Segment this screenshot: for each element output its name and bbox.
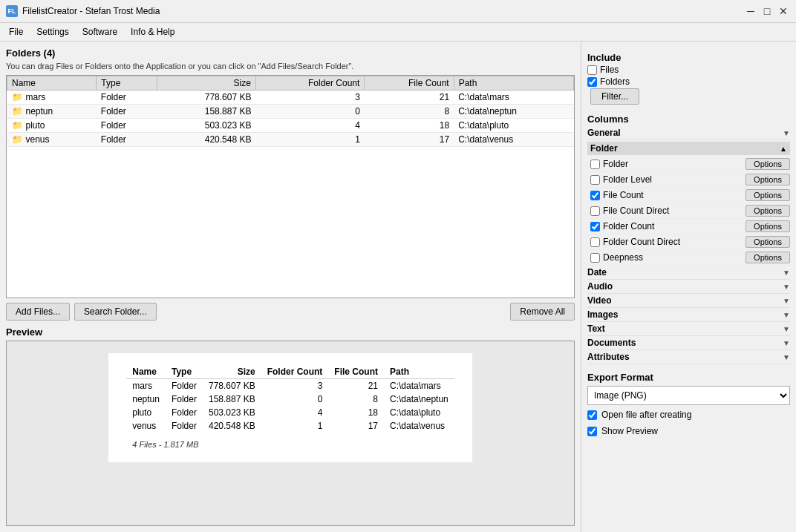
- folder-section-header[interactable]: Folder ▲: [587, 142, 790, 155]
- show-preview-row: Show Preview: [587, 424, 790, 438]
- preview-cell-size: 420.548 KB: [203, 419, 261, 433]
- col-header-size: Size: [157, 76, 256, 91]
- col-item-folder_level: Folder Level Options: [587, 172, 790, 188]
- export-format-section: Export Format Image (PNG)Excel (XLSX)CSV…: [587, 367, 790, 405]
- cell-file-count: 17: [365, 133, 454, 147]
- export-format-select[interactable]: Image (PNG)Excel (XLSX)CSVText (TXT)HTML: [587, 386, 790, 405]
- menu-software[interactable]: Software: [76, 24, 123, 39]
- list-item: pluto Folder 503.023 KB 4 18 C:\data\plu…: [126, 406, 454, 419]
- preview-cell-path: C:\data\mars: [384, 379, 454, 393]
- options-button-file_count[interactable]: Options: [746, 189, 790, 201]
- table-row[interactable]: 📁mars Folder 778.607 KB 3 21 C:\data\mar…: [7, 91, 574, 105]
- include-title: Include: [587, 52, 790, 63]
- cell-path: C:\data\mars: [454, 91, 573, 105]
- collapsible-arrow-icon-attributes: ▼: [783, 353, 790, 361]
- options-button-folder_count_direct[interactable]: Options: [746, 236, 790, 248]
- collapsible-label-images: Images: [587, 309, 618, 320]
- preview-cell-path: C:\data\neptun: [384, 393, 454, 406]
- right-panel: Include Files Folders Filter... Columns …: [581, 42, 796, 532]
- folder-section-label: Folder: [590, 143, 618, 154]
- col-checkbox-folder_level[interactable]: [590, 175, 600, 185]
- preview-cell-folder-count: 4: [261, 406, 329, 419]
- export-format-title: Export Format: [587, 372, 790, 383]
- col-item-left: Folder: [590, 159, 628, 169]
- table-row[interactable]: 📁venus Folder 420.548 KB 1 17 C:\data\ve…: [7, 133, 574, 147]
- app-title: FilelistCreator - Stefan Trost Media: [22, 6, 160, 16]
- collapsible-arrow-icon-images: ▼: [783, 311, 790, 319]
- cell-type: Folder: [97, 133, 157, 147]
- preview-cell-name: pluto: [126, 406, 166, 419]
- collapsible-label-attributes: Attributes: [587, 352, 630, 362]
- titlebar: FL FilelistCreator - Stefan Trost Media …: [0, 0, 796, 23]
- options-button-folder_level[interactable]: Options: [746, 174, 790, 185]
- options-button-deepness[interactable]: Options: [746, 252, 790, 263]
- collapsible-date[interactable]: Date ▼: [587, 266, 790, 280]
- collapsible-attributes[interactable]: Attributes ▼: [587, 350, 790, 364]
- col-item-left: Deepness: [590, 252, 643, 263]
- preview-inner: Name Type Size Folder Count File Count P…: [108, 353, 472, 462]
- search-folder-button[interactable]: Search Folder...: [74, 303, 157, 321]
- col-header-name: Name: [7, 76, 97, 91]
- collapsible-label-audio: Audio: [587, 281, 613, 292]
- preview-cell-type: Folder: [166, 419, 203, 433]
- col-item-left: Folder Level: [590, 174, 652, 185]
- col-checkbox-folder[interactable]: [590, 160, 600, 169]
- maximize-button[interactable]: □: [760, 4, 774, 18]
- collapsible-text[interactable]: Text ▼: [587, 322, 790, 336]
- cell-name: 📁pluto: [7, 119, 97, 133]
- open-after-creating-checkbox[interactable]: [587, 410, 597, 420]
- col-label-file_count: File Count: [603, 190, 644, 200]
- col-label-folder_level: Folder Level: [603, 174, 652, 185]
- general-collapsible[interactable]: General ▼: [587, 126, 790, 140]
- collapsible-label-date: Date: [587, 267, 607, 278]
- minimize-button[interactable]: ─: [744, 4, 757, 18]
- include-files-checkbox[interactable]: [587, 65, 597, 75]
- preview-cell-folder-count: 1: [261, 419, 329, 433]
- options-button-file_count_direct[interactable]: Options: [746, 205, 790, 217]
- col-item-folder: Folder Options: [587, 157, 790, 172]
- col-checkbox-folder_count_direct[interactable]: [590, 237, 600, 247]
- menu-info[interactable]: Info & Help: [125, 24, 180, 39]
- columns-section: Columns General ▼ Folder ▲ Folder Option…: [587, 109, 790, 364]
- column-items-container: Folder Options Folder Level Options File…: [587, 157, 790, 266]
- preview-cell-size: 778.607 KB: [203, 379, 261, 393]
- collapsible-arrow-icon-video: ▼: [783, 297, 790, 305]
- cell-name: 📁neptun: [7, 105, 97, 119]
- cell-size: 778.607 KB: [157, 91, 256, 105]
- show-preview-checkbox[interactable]: [587, 427, 597, 436]
- file-buttons-row: Add Files... Search Folder... Remove All: [6, 303, 575, 321]
- col-checkbox-deepness[interactable]: [590, 253, 600, 263]
- table-row[interactable]: 📁pluto Folder 503.023 KB 4 18 C:\data\pl…: [7, 119, 574, 133]
- table-row[interactable]: 📁neptun Folder 158.887 KB 0 8 C:\data\ne…: [7, 105, 574, 119]
- preview-cell-name: neptun: [126, 393, 166, 406]
- include-folders-checkbox[interactable]: [587, 77, 597, 87]
- list-item: venus Folder 420.548 KB 1 17 C:\data\ven…: [126, 419, 454, 433]
- options-button-folder_count[interactable]: Options: [746, 220, 790, 232]
- collapsible-audio[interactable]: Audio ▼: [587, 280, 790, 294]
- list-item: neptun Folder 158.887 KB 0 8 C:\data\nep…: [126, 393, 454, 406]
- preview-col-file-count: File Count: [328, 365, 384, 379]
- collapsible-images[interactable]: Images ▼: [587, 308, 790, 322]
- left-panel: Folders (4) You can drag Files or Folder…: [0, 42, 581, 532]
- col-checkbox-folder_count[interactable]: [590, 222, 600, 231]
- include-files-row: Files: [587, 65, 790, 75]
- preview-label: Preview: [6, 326, 575, 338]
- cell-folder-count: 1: [255, 133, 364, 147]
- col-label-deepness: Deepness: [603, 252, 643, 263]
- cell-type: Folder: [97, 91, 157, 105]
- col-header-file-count: File Count: [365, 76, 454, 91]
- menu-settings[interactable]: Settings: [30, 24, 74, 39]
- include-files-label: Files: [600, 65, 619, 75]
- options-button-folder[interactable]: Options: [746, 158, 790, 170]
- folder-icon: 📁: [12, 120, 23, 131]
- add-files-button[interactable]: Add Files...: [6, 303, 70, 321]
- remove-all-button[interactable]: Remove All: [510, 303, 575, 321]
- close-button[interactable]: ✕: [777, 4, 790, 18]
- collapsible-video[interactable]: Video ▼: [587, 294, 790, 308]
- filter-button[interactable]: Filter...: [590, 88, 639, 105]
- col-checkbox-file_count[interactable]: [590, 191, 600, 200]
- collapsible-documents[interactable]: Documents ▼: [587, 336, 790, 350]
- col-checkbox-file_count_direct[interactable]: [590, 206, 600, 216]
- menu-file[interactable]: File: [3, 24, 29, 39]
- cell-name: 📁venus: [7, 133, 97, 147]
